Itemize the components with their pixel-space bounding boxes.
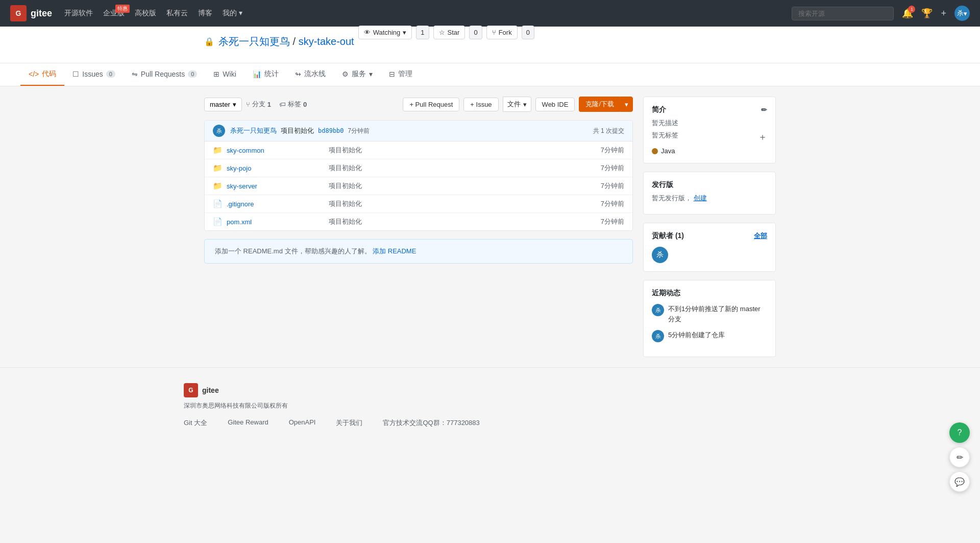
footer-link-reward[interactable]: Gitee Reward [228, 418, 268, 426]
footer-logo-icon: G [184, 383, 198, 397]
activity-title: 近期动态 [652, 289, 767, 298]
footer: G gitee 深圳市奥思网络科技有限公司版权所有 Git 大全 Gitee R… [0, 367, 980, 443]
file-icon: 📄 [213, 217, 223, 226]
trophy-icon[interactable]: 🏆 [921, 8, 933, 19]
footer-col-3: OpenAPI [289, 418, 316, 428]
file-time: 7分钟前 [583, 146, 624, 155]
footer-link-openapi[interactable]: OpenAPI [289, 418, 316, 426]
file-link[interactable]: sky-pojo [227, 164, 329, 172]
tab-issues[interactable]: ☐ Issues 0 [64, 64, 124, 85]
webide-button[interactable]: Web IDE [535, 98, 575, 111]
tab-pipeline[interactable]: ↬ 流水线 [287, 63, 334, 86]
readme-banner: 添加一个 README.md 文件，帮助感兴趣的人了解。 添加 README [204, 239, 633, 264]
file-table: 杀 杀死一只知更鸟 项目初始化 bd89bb0 7分钟前 共 1 次提交 📁 s… [204, 120, 633, 231]
repo-owner-link[interactable]: 杀死一只知更鸟 [218, 36, 290, 47]
commit-message: 项目初始化 [281, 126, 314, 135]
branch-info: ⑂ 分支 1 🏷 标签 0 [246, 100, 307, 109]
star-count: 0 [469, 26, 482, 39]
star-button[interactable]: ☆ Star [433, 26, 465, 39]
tab-code[interactable]: </> 代码 [20, 63, 64, 86]
file-link[interactable]: sky-common [227, 147, 329, 154]
file-row: 📁 sky-common 项目初始化 7分钟前 [205, 141, 632, 159]
contributor-avatar[interactable]: 杀 [652, 247, 668, 263]
view-all-contribs[interactable]: 全部 [754, 231, 767, 241]
clone-button[interactable]: 克隆/下载 [579, 97, 620, 112]
main-content: master ▾ ⑂ 分支 1 🏷 标签 0 + Pull Request + … [184, 97, 796, 357]
tab-stats[interactable]: 📊 统计 [244, 63, 287, 86]
file-link[interactable]: pom.xml [227, 218, 329, 226]
edit-intro-icon[interactable]: ✏ [761, 106, 767, 114]
repo-name-link[interactable]: sky-take-out [299, 36, 354, 47]
file-link[interactable]: sky-server [227, 182, 329, 190]
language-info: Java [652, 147, 767, 155]
nav-link-blog[interactable]: 博客 [198, 9, 212, 18]
folder-icon: 📁 [213, 181, 223, 191]
issue-button[interactable]: + Issue [463, 98, 498, 111]
footer-copyright: 深圳市奥思网络科技有限公司版权所有 [184, 402, 796, 410]
folder-icon: 📁 [213, 163, 223, 173]
notification-icon[interactable]: 🔔 1 [902, 8, 913, 19]
branch-selector[interactable]: master ▾ [204, 98, 242, 111]
file-dropdown: 文件 ▾ [503, 97, 531, 112]
repo-title-area: 🔒 杀死一只知更鸟 / sky-take-out 👁 Watching ▾ 1 … [204, 35, 776, 49]
footer-col-1: Git 大全 [184, 418, 207, 428]
commit-username[interactable]: 杀死一只知更鸟 [230, 126, 277, 135]
file-link[interactable]: .gitignore [227, 200, 329, 208]
java-lang-dot [652, 148, 658, 154]
logo-text: gitee [31, 8, 52, 19]
help-button[interactable]: ? [949, 422, 970, 443]
repo-tabs: </> 代码 ☐ Issues 0 ⇋ Pull Requests 0 ⊞ Wi… [0, 63, 980, 86]
tags-info: 🏷 标签 0 [279, 100, 307, 109]
tab-pr[interactable]: ⇋ Pull Requests 0 [124, 64, 206, 85]
footer-logo: G gitee [184, 383, 796, 397]
add-readme-link[interactable]: 添加 README [373, 247, 416, 255]
tab-settings[interactable]: ⊟ 管理 [381, 63, 421, 86]
file-time: 7分钟前 [583, 181, 624, 191]
watching-button[interactable]: 👁 Watching ▾ [358, 26, 412, 39]
nav-right: 🔔 1 🏆 + 杀 ▾ [792, 6, 970, 21]
search-input[interactable] [792, 7, 894, 20]
clone-group: 克隆/下载 ▾ [579, 97, 633, 112]
file-commit-msg: 项目初始化 [329, 217, 583, 226]
file-time: 7分钟前 [583, 199, 624, 208]
file-commit-msg: 项目初始化 [329, 199, 583, 208]
toolbar-actions: + Pull Request + Issue 文件 ▾ Web IDE 克隆/下… [403, 97, 633, 112]
clone-dropdown[interactable]: ▾ [620, 97, 633, 112]
file-time: 7分钟前 [583, 217, 624, 226]
tab-wiki[interactable]: ⊞ Wiki [205, 64, 244, 85]
footer-link-about[interactable]: 关于我们 [336, 418, 362, 428]
nav-link-education[interactable]: 高校版 [135, 9, 156, 18]
nav-link-privatecloud[interactable]: 私有云 [166, 9, 188, 18]
pr-badge: 0 [188, 70, 197, 78]
nav-link-opensource[interactable]: 开源软件 [64, 9, 93, 18]
release-section: 发行版 暂无发行版， 创建 [643, 172, 776, 215]
commit-hash[interactable]: bd89bb0 [318, 127, 344, 134]
create-release-link[interactable]: 创建 [694, 194, 707, 202]
pull-request-button[interactable]: + Pull Request [403, 98, 459, 111]
file-button[interactable]: 文件 ▾ [503, 97, 531, 112]
commit-count: 共 1 次提交 [593, 127, 624, 135]
activity-item: 杀 5分钟前创建了仓库 [652, 330, 767, 342]
footer-col-contact: 官方技术交流QQ群：777320883 [383, 418, 479, 428]
issues-badge: 0 [106, 70, 115, 78]
user-avatar-nav[interactable]: 杀 ▾ [954, 6, 970, 21]
tab-services[interactable]: ⚙ 服务 ▾ [334, 63, 381, 86]
float-buttons: ? ✏ 💬 [949, 422, 970, 443]
intro-section: 简介 ✏ 暂无描述 暂无标签 ＋ Java [643, 97, 776, 163]
repo-full-name: 杀死一只知更鸟 / sky-take-out [218, 35, 354, 49]
repo-content: master ▾ ⑂ 分支 1 🏷 标签 0 + Pull Request + … [204, 97, 633, 357]
nav-link-mine[interactable]: 我的 ▾ [223, 9, 242, 18]
commit-time: 7分钟前 [348, 127, 370, 135]
file-row: 📁 sky-server 项目初始化 7分钟前 [205, 177, 632, 195]
file-time: 7分钟前 [583, 163, 624, 173]
no-release-text: 暂无发行版， 创建 [652, 194, 767, 203]
watching-count: 1 [416, 26, 429, 39]
nav-link-enterprise[interactable]: 企业版 特惠 [103, 9, 125, 18]
footer-link-git[interactable]: Git 大全 [184, 418, 207, 428]
navbar: G gitee 开源软件 企业版 特惠 高校版 私有云 博客 我的 ▾ 🔔 1 … [0, 0, 980, 27]
add-tag-icon[interactable]: ＋ [758, 131, 767, 143]
notif-badge: 1 [908, 6, 915, 13]
fork-button[interactable]: ⑂ Fork [486, 26, 518, 39]
nav-logo[interactable]: G gitee [10, 5, 52, 21]
add-icon[interactable]: + [941, 8, 946, 19]
